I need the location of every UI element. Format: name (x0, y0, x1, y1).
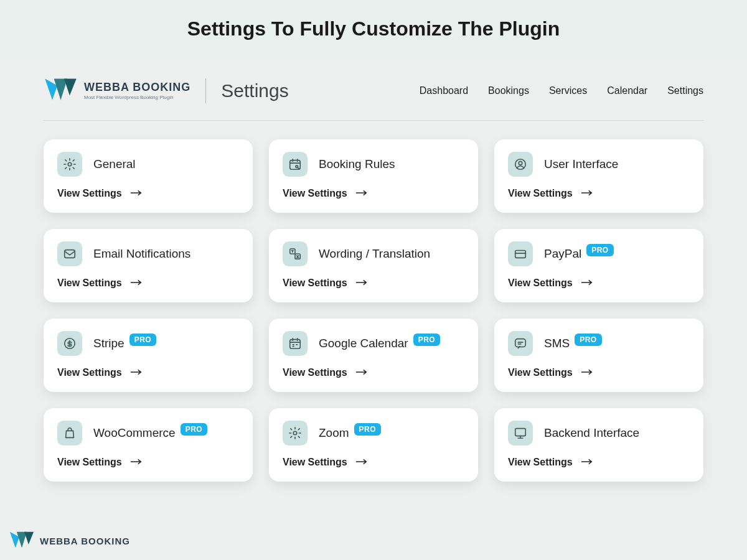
settings-card[interactable]: GeneralView Settings (44, 139, 253, 213)
card-title: Wording / Translation (319, 247, 430, 261)
view-settings-link[interactable]: View Settings (283, 188, 464, 199)
view-settings-label: View Settings (283, 367, 347, 378)
divider (44, 120, 703, 121)
card-header: Wording / Translation (283, 241, 464, 266)
card-header: StripePRO (57, 331, 239, 356)
card-header: ZoomPRO (283, 421, 464, 446)
nav-services[interactable]: Services (549, 85, 587, 96)
svg-rect-8 (515, 251, 526, 258)
header: WEBBA BOOKING Most Flexible Wordpress Bo… (0, 58, 747, 120)
card-title: User Interface (544, 157, 618, 171)
calendar-search-icon (283, 152, 308, 177)
pro-badge: PRO (129, 334, 157, 346)
svg-rect-13 (515, 429, 526, 436)
logo-mark-icon (44, 77, 78, 105)
view-settings-link[interactable]: View Settings (283, 278, 464, 289)
view-settings-label: View Settings (508, 457, 573, 468)
arrow-right-icon (580, 457, 594, 468)
card-title: StripePRO (93, 337, 156, 350)
arrow-right-icon (129, 188, 143, 199)
arrow-right-icon (129, 367, 143, 378)
logo-mark-icon (9, 530, 35, 551)
user-circle-icon (508, 152, 533, 177)
view-settings-link[interactable]: View Settings (508, 367, 690, 378)
settings-card[interactable]: Google CalendarPROView Settings (269, 319, 478, 392)
settings-card[interactable]: WooCommercePROView Settings (44, 408, 253, 482)
view-settings-label: View Settings (508, 188, 573, 199)
banner: Settings To Fully Customize The Plugin (0, 0, 747, 58)
settings-card[interactable]: Backend InterfaceView Settings (494, 408, 703, 482)
settings-card[interactable]: User InterfaceView Settings (494, 139, 703, 213)
nav-calendar[interactable]: Calendar (607, 85, 647, 96)
view-settings-link[interactable]: View Settings (57, 457, 239, 468)
card-title: Booking Rules (319, 157, 395, 171)
view-settings-link[interactable]: View Settings (508, 457, 690, 468)
settings-card[interactable]: Booking RulesView Settings (269, 139, 478, 213)
pro-badge: PRO (413, 334, 441, 346)
card-header: WooCommercePRO (57, 421, 239, 446)
svg-point-4 (519, 161, 522, 165)
card-icon (508, 241, 533, 266)
gear-icon (283, 421, 308, 446)
card-title: Email Notifications (93, 247, 190, 261)
arrow-right-icon (580, 367, 594, 378)
view-settings-link[interactable]: View Settings (508, 188, 690, 199)
svg-rect-5 (65, 250, 75, 258)
view-settings-label: View Settings (283, 188, 347, 199)
card-header: General (57, 152, 239, 177)
arrow-right-icon (129, 278, 143, 289)
nav-settings[interactable]: Settings (667, 85, 703, 96)
arrow-right-icon (580, 278, 594, 289)
arrow-right-icon (580, 188, 594, 199)
svg-rect-10 (290, 340, 301, 349)
settings-card[interactable]: Email NotificationsView Settings (44, 229, 253, 302)
monitor-icon (508, 421, 533, 446)
view-settings-label: View Settings (283, 278, 347, 289)
nav-dashboard[interactable]: Dashboard (420, 85, 468, 96)
dollar-circle-icon (57, 331, 82, 356)
gear-icon (57, 152, 82, 177)
chat-icon (508, 331, 533, 356)
arrow-right-icon (355, 367, 369, 378)
arrow-right-icon (355, 278, 369, 289)
view-settings-link[interactable]: View Settings (57, 367, 239, 378)
card-title: PayPalPRO (544, 247, 614, 261)
view-settings-link[interactable]: View Settings (57, 188, 239, 199)
pro-badge: PRO (575, 334, 602, 346)
settings-card[interactable]: Wording / TranslationView Settings (269, 229, 478, 302)
settings-card[interactable]: ZoomPROView Settings (269, 408, 478, 482)
svg-rect-11 (515, 339, 526, 347)
nav-bookings[interactable]: Bookings (488, 85, 529, 96)
calendar-icon (283, 331, 308, 356)
view-settings-link[interactable]: View Settings (57, 278, 239, 289)
card-header: Booking Rules (283, 152, 464, 177)
svg-point-12 (293, 431, 297, 435)
settings-card[interactable]: SMSPROView Settings (494, 319, 703, 392)
view-settings-label: View Settings (508, 278, 573, 289)
arrow-right-icon (355, 188, 369, 199)
footer-logo: WEBBA BOOKING (9, 530, 130, 551)
banner-title: Settings To Fully Customize The Plugin (0, 17, 747, 40)
view-settings-link[interactable]: View Settings (283, 367, 464, 378)
settings-card[interactable]: PayPalPROView Settings (494, 229, 703, 302)
card-header: SMSPRO (508, 331, 690, 356)
card-header: User Interface (508, 152, 690, 177)
arrow-right-icon (129, 457, 143, 468)
card-title: WooCommercePRO (93, 426, 207, 440)
card-title: SMSPRO (544, 337, 602, 350)
mail-icon (57, 241, 82, 266)
page-title: Settings (221, 80, 288, 101)
view-settings-link[interactable]: View Settings (508, 278, 690, 289)
main-nav: Dashboard Bookings Services Calendar Set… (420, 85, 703, 96)
view-settings-label: View Settings (508, 367, 573, 378)
brand-logo: WEBBA BOOKING Most Flexible Wordpress Bo… (44, 77, 190, 105)
settings-card[interactable]: StripePROView Settings (44, 319, 253, 392)
pro-badge: PRO (586, 244, 614, 256)
bag-icon (57, 421, 82, 446)
view-settings-link[interactable]: View Settings (283, 457, 464, 468)
translate-icon (283, 241, 308, 266)
view-settings-label: View Settings (283, 457, 347, 468)
card-header: Email Notifications (57, 241, 239, 266)
card-title: Google CalendarPRO (319, 337, 440, 350)
view-settings-label: View Settings (57, 367, 122, 378)
